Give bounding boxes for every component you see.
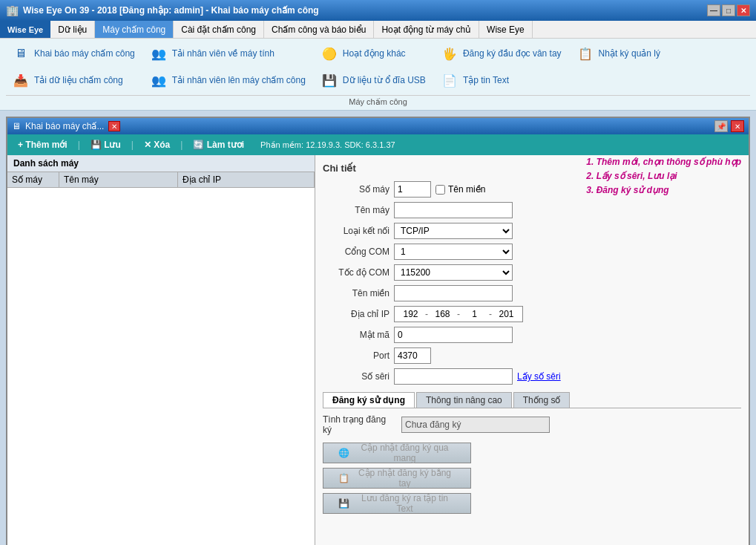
menu-may-cham-cong[interactable]: Máy chấm công xyxy=(95,21,174,38)
du-lieu-usb-label: Dữ liệu từ ổ đĩa USB xyxy=(343,75,426,85)
panel-title-text: Khai báo máy chấ... xyxy=(25,121,104,131)
tab-thong-so[interactable]: Thống số xyxy=(513,392,571,408)
action-toolbar: + Thêm mới | 💾 Lưu | ✕ Xóa | 🔄 Làm tươi … xyxy=(7,134,749,155)
maximize-button[interactable]: □ xyxy=(722,4,735,16)
port-row: Port xyxy=(323,347,741,364)
luu-tap-tin-icon: 💾 xyxy=(338,498,349,509)
lam-tuoi-button[interactable]: 🔄 Làm tươi xyxy=(187,138,250,151)
menu-bao-bieu[interactable]: Chấm công và báo biểu xyxy=(264,21,374,38)
panel-close-button2[interactable]: ✕ xyxy=(731,120,744,132)
ten-may-input[interactable] xyxy=(394,202,513,218)
cap-nhat-mang-label: Cập nhật đăng ký qua mang xyxy=(354,443,456,463)
menu-hoat-dong[interactable]: Hoạt động từ máy chủ xyxy=(374,21,479,38)
luu-tap-tin-button[interactable]: 💾 Lưu đăng ký ra tập tin Text xyxy=(323,493,471,514)
so-seri-row: Số sêri Lấy số sêri xyxy=(323,368,741,385)
tap-tin-text-label: Tập tin Text xyxy=(463,75,509,85)
ip-octet-1[interactable] xyxy=(398,309,424,319)
hoat-dong-khac-icon: 🟡 xyxy=(321,45,338,62)
panel-close-button[interactable]: ✕ xyxy=(108,121,120,131)
title-bar: 🏢 Wise Eye On 39 - 2018 [Đăng nhập: admi… xyxy=(0,0,756,21)
tab-dang-ky[interactable]: Đăng ký sử dụng xyxy=(323,392,415,408)
toc-do-com-row: Tốc độ COM 9600 19200 38400 57600 115200 xyxy=(323,264,741,281)
ip-octet-3[interactable] xyxy=(461,309,487,319)
ten-mien-checkbox-wrapper: Tên miền xyxy=(435,184,485,195)
mat-ma-label: Mật mã xyxy=(323,330,389,340)
toc-do-com-select[interactable]: 9600 19200 38400 57600 115200 xyxy=(394,264,513,281)
dang-ky-icon: 🖐 xyxy=(441,45,458,62)
toolbar-section-label: Máy chấm công xyxy=(6,95,750,107)
so-may-input[interactable] xyxy=(394,181,431,198)
port-label: Port xyxy=(323,350,389,361)
main-area: 🖥 Khai báo máy chấ... ✕ 📌 ✕ + Thêm mới |… xyxy=(0,111,756,545)
loai-ket-noi-select[interactable]: TCP/IP COM USB xyxy=(394,223,513,239)
title-bar-left: 🏢 Wise Eye On 39 - 2018 [Đăng nhập: admi… xyxy=(6,4,319,16)
toc-do-com-label: Tốc độ COM xyxy=(323,267,389,278)
port-input[interactable] xyxy=(394,347,431,364)
dang-ky-label: Đăng ký đầu đọc vân tay xyxy=(463,48,562,59)
window-panel: 🖥 Khai báo máy chấ... ✕ 📌 ✕ + Thêm mới |… xyxy=(6,117,750,545)
cong-com-select[interactable]: 1 2 3 4 xyxy=(394,244,513,260)
btn-nhat-ky[interactable]: 📋 Nhật ký quản lý xyxy=(571,42,666,65)
cap-nhat-tay-icon: 📋 xyxy=(338,473,349,483)
panel-pin-button[interactable]: 📌 xyxy=(714,120,728,132)
btn-hoat-dong-khac[interactable]: 🟡 Hoạt động khác xyxy=(315,42,432,65)
menu-wise-eye[interactable]: Wise Eye xyxy=(479,21,533,38)
tinh-trang-label: Tình trạng đăng ký xyxy=(323,414,397,435)
tai-nhan-vien-len-label: Tải nhân viên lên máy chấm công xyxy=(172,75,306,85)
close-button[interactable]: ✕ xyxy=(737,4,750,16)
cap-nhat-mang-button[interactable]: 🌐 Cập nhật đăng ký qua mang xyxy=(323,443,471,463)
mat-ma-input[interactable] xyxy=(394,327,513,343)
separator-2: | xyxy=(131,140,134,150)
btn-tai-nhan-vien-ve[interactable]: 👥 Tải nhân viên về máy tính xyxy=(144,42,312,65)
toolbar-section-1: 🖥 Khai báo máy chấm công 📥 Tải dữ liệu c… xyxy=(6,42,141,92)
ten-mien-row: Tên miền xyxy=(323,285,741,301)
title-bar-controls: — □ ✕ xyxy=(707,4,750,16)
them-moi-button[interactable]: + Thêm mới xyxy=(12,138,73,151)
btn-tai-nhan-vien-len[interactable]: 👥 Tải nhân viên lên máy chấm công xyxy=(144,68,312,92)
hoat-dong-khac-label: Hoạt động khác xyxy=(343,48,406,59)
btn-tai-du-lieu[interactable]: 📥 Tải dữ liệu chấm công xyxy=(6,68,141,92)
minimize-button[interactable]: — xyxy=(707,4,720,16)
xoa-button[interactable]: ✕ Xóa xyxy=(138,138,176,151)
version-text: Phần mềm: 12.19.9.3. SDK: 6.3.1.37 xyxy=(260,140,395,150)
btn-tap-tin-text[interactable]: 📄 Tập tin Text xyxy=(435,68,568,92)
ten-may-row: Tên máy xyxy=(323,202,741,218)
table-header: Số máy Tên máy Địa chỉ IP xyxy=(7,172,315,188)
separator-1: | xyxy=(78,140,80,150)
btn-dang-ky-dau-doc[interactable]: 🖐 Đăng ký đầu đọc vân tay xyxy=(435,42,568,65)
cong-com-label: Cổng COM xyxy=(323,247,389,257)
menu-cai-dat[interactable]: Cài đặt chấm công xyxy=(174,21,264,38)
lay-so-seri-link[interactable]: Lấy số sêri xyxy=(517,371,561,382)
khai-bao-label: Khai báo máy chấm công xyxy=(34,48,135,59)
ten-mien-input[interactable] xyxy=(394,285,513,301)
content-layout: Danh sách máy Số máy Tên máy Địa chỉ IP … xyxy=(7,155,749,545)
ten-mien-checkbox[interactable] xyxy=(435,185,445,195)
tabs-row: Đăng ký sử dụng Thông tin nâng cao Thống… xyxy=(323,392,741,408)
so-seri-input[interactable] xyxy=(394,368,513,385)
col-header-ten-may: Tên máy xyxy=(59,172,178,187)
luu-button[interactable]: 💾 Lưu xyxy=(85,138,127,151)
mat-ma-row: Mật mã xyxy=(323,327,741,343)
ten-mien-label: Tên miền xyxy=(323,288,389,298)
ip-octet-2[interactable] xyxy=(430,309,456,319)
du-lieu-usb-icon: 💾 xyxy=(321,71,338,89)
tai-nhan-vien-ve-label: Tải nhân viên về máy tính xyxy=(172,48,275,59)
ip-octet-4[interactable] xyxy=(493,309,519,319)
separator-3: | xyxy=(180,140,183,150)
tab-nang-cao[interactable]: Thông tin nâng cao xyxy=(416,392,512,408)
action-buttons: 🌐 Cập nhật đăng ký qua mang 📋 Cập nhật đ… xyxy=(323,443,741,514)
detail-title: Chi tiết xyxy=(323,163,356,174)
cap-nhat-tay-button[interactable]: 📋 Cập nhật đăng ký bằng tay xyxy=(323,468,471,489)
btn-khai-bao[interactable]: 🖥 Khai báo máy chấm công xyxy=(6,42,141,65)
toolbar: 🖥 Khai báo máy chấm công 📥 Tải dữ liệu c… xyxy=(0,39,756,111)
tinh-trang-input xyxy=(401,417,550,433)
ten-mien-checkbox-label: Tên miền xyxy=(448,184,485,195)
tai-du-lieu-icon: 📥 xyxy=(12,71,30,89)
tap-tin-text-icon: 📄 xyxy=(441,71,458,89)
so-seri-label: Số sêri xyxy=(323,371,389,382)
panel-top-controls: 📌 ✕ xyxy=(714,120,744,132)
menu-du-lieu[interactable]: Dữ liệu xyxy=(50,21,95,38)
btn-du-lieu-usb[interactable]: 💾 Dữ liệu từ ổ đĩa USB xyxy=(315,68,432,92)
toolbar-section-3: 🟡 Hoạt động khác 💾 Dữ liệu từ ổ đĩa USB xyxy=(315,42,432,92)
so-may-label: Số máy xyxy=(323,184,389,195)
